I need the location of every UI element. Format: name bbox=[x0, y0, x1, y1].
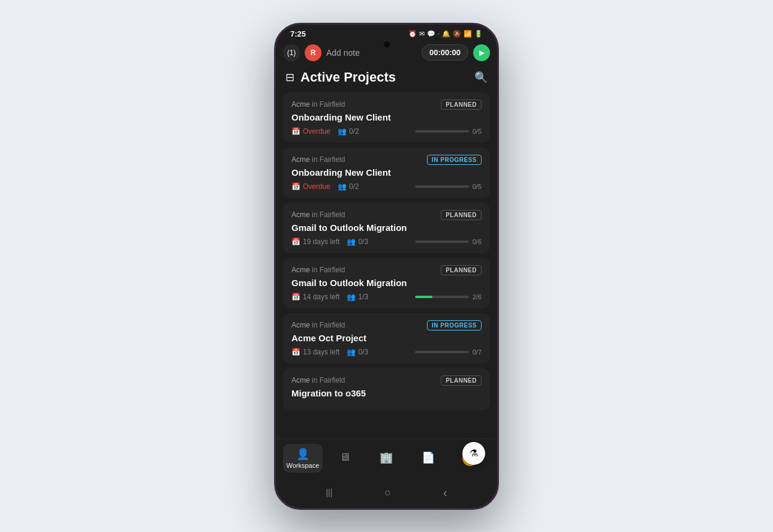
project-card[interactable]: Acme in Fairfield IN PROGRESS Acme Oct P… bbox=[283, 313, 490, 363]
nav-label-workspace: Workspace bbox=[286, 462, 319, 469]
assignees-label: 1/3 bbox=[358, 293, 368, 301]
progress-section: 0/5 bbox=[415, 183, 482, 190]
notification-badge[interactable]: (1) bbox=[283, 44, 300, 61]
phone-frame: 7:25 ⏰ ✉ 💬 · 🔔 🔕 📶 🔋 (1) R Add note 00:0… bbox=[274, 23, 499, 510]
card-top-row: Acme in Fairfield IN PROGRESS bbox=[291, 155, 482, 165]
progress-fill bbox=[415, 296, 433, 298]
status-badge: PLANNED bbox=[441, 210, 482, 220]
progress-label: 0/5 bbox=[473, 128, 482, 135]
status-badge: PLANNED bbox=[441, 375, 482, 386]
wifi-icon: 📶 bbox=[464, 30, 472, 38]
mute-icon: 🔕 bbox=[453, 30, 461, 38]
progress-label: 2/6 bbox=[473, 293, 482, 300]
progress-label: 0/5 bbox=[473, 183, 482, 190]
filter-icon: ⚗ bbox=[470, 447, 478, 459]
play-icon: ▶ bbox=[479, 49, 485, 57]
org-name: Acme bbox=[291, 155, 310, 164]
meta-date: 📅 13 days left bbox=[291, 348, 339, 356]
people-icon: 👥 bbox=[347, 348, 356, 356]
nav-item-workspace[interactable]: 👤 Workspace bbox=[283, 444, 323, 473]
in-text: in bbox=[312, 211, 320, 219]
search-icon[interactable]: 🔍 bbox=[474, 71, 488, 84]
calendar-icon: 📅 bbox=[291, 348, 300, 356]
project-card[interactable]: Acme in Fairfield PLANNED Gmail to Outlo… bbox=[283, 203, 490, 253]
menu-icon[interactable]: ⊟ bbox=[285, 71, 294, 84]
nav-item-building[interactable]: 🏢 bbox=[367, 447, 407, 469]
location-name: Fairfield bbox=[320, 155, 345, 164]
android-menu-btn[interactable]: ||| bbox=[326, 488, 332, 497]
assignees-label: 0/2 bbox=[349, 182, 359, 191]
card-context: Acme in Fairfield bbox=[291, 266, 345, 274]
dot-icon: · bbox=[438, 30, 440, 37]
people-icon: 👥 bbox=[347, 293, 356, 301]
status-badge: PLANNED bbox=[441, 100, 482, 110]
in-text: in bbox=[312, 155, 320, 164]
meta-date: 📅 Overdue bbox=[291, 182, 330, 191]
android-home-btn[interactable]: ○ bbox=[384, 486, 391, 499]
page-header: ⊟ Active Projects 🔍 bbox=[276, 65, 497, 92]
status-time: 7:25 bbox=[290, 29, 306, 38]
org-name: Acme bbox=[291, 321, 310, 329]
camera-dot bbox=[384, 41, 390, 47]
project-title: Onboarding New Client bbox=[291, 112, 482, 122]
user-avatar-top[interactable]: R bbox=[305, 44, 321, 61]
org-name: Acme bbox=[291, 211, 310, 219]
location-name: Fairfield bbox=[320, 321, 345, 329]
progress-section: 2/6 bbox=[415, 293, 482, 300]
message-icon: 💬 bbox=[427, 30, 435, 38]
calendar-icon: 📅 bbox=[291, 182, 300, 191]
card-top-row: Acme in Fairfield PLANNED bbox=[291, 375, 482, 386]
people-icon: 👥 bbox=[338, 182, 347, 191]
assignees-label: 0/3 bbox=[358, 238, 368, 246]
project-title: Onboarding New Client bbox=[291, 167, 482, 178]
project-card[interactable]: Acme in Fairfield PLANNED Onboarding New… bbox=[283, 92, 490, 143]
nav-item-monitor[interactable]: 🖥 bbox=[325, 447, 365, 468]
meta-assignees: 👥 0/2 bbox=[338, 127, 359, 136]
progress-bar bbox=[415, 351, 469, 353]
meta-assignees: 👥 0/3 bbox=[347, 238, 368, 246]
project-card[interactable]: Acme in Fairfield PLANNED Gmail to Outlo… bbox=[283, 258, 490, 308]
project-card[interactable]: Acme in Fairfield IN PROGRESS Onboarding… bbox=[283, 148, 490, 198]
date-label: 14 days left bbox=[303, 293, 339, 301]
progress-section: 0/5 bbox=[415, 128, 482, 135]
nav-icon-workspace: 👤 bbox=[296, 447, 309, 461]
location-name: Fairfield bbox=[320, 211, 345, 219]
battery-icon: 🔋 bbox=[474, 30, 483, 38]
in-text: in bbox=[312, 321, 320, 329]
timer-display[interactable]: 00:00:00 bbox=[422, 44, 468, 61]
location-name: Fairfield bbox=[320, 266, 345, 274]
progress-label: 0/6 bbox=[473, 238, 482, 245]
card-meta: 📅 Overdue 👥 0/2 0/5 bbox=[291, 182, 482, 191]
play-button[interactable]: ▶ bbox=[473, 44, 490, 61]
alarm-icon: ⏰ bbox=[408, 30, 417, 38]
org-name: Acme bbox=[291, 266, 310, 274]
progress-section: 0/7 bbox=[415, 348, 482, 356]
progress-label: 0/7 bbox=[473, 348, 482, 356]
card-context: Acme in Fairfield bbox=[291, 376, 345, 384]
date-label: Overdue bbox=[303, 127, 330, 136]
card-context: Acme in Fairfield bbox=[291, 211, 345, 219]
in-text: in bbox=[312, 376, 320, 384]
people-icon: 👥 bbox=[338, 127, 347, 136]
bell-icon: 🔔 bbox=[442, 30, 450, 38]
calendar-icon: 📅 bbox=[291, 127, 300, 136]
card-meta: 📅 19 days left 👥 0/3 0/6 bbox=[291, 238, 482, 246]
progress-bar bbox=[415, 241, 469, 243]
card-meta: 📅 Overdue 👥 0/2 0/5 bbox=[291, 127, 482, 136]
date-label: Overdue bbox=[303, 182, 330, 191]
phone-inner: 7:25 ⏰ ✉ 💬 · 🔔 🔕 📶 🔋 (1) R Add note 00:0… bbox=[276, 25, 497, 508]
card-context: Acme in Fairfield bbox=[291, 321, 345, 329]
card-context: Acme in Fairfield bbox=[291, 100, 345, 109]
card-top-row: Acme in Fairfield PLANNED bbox=[291, 210, 482, 220]
project-title: Migration to o365 bbox=[291, 388, 482, 398]
card-top-row: Acme in Fairfield PLANNED bbox=[291, 265, 482, 275]
progress-bar bbox=[415, 296, 469, 298]
meta-date: 📅 14 days left bbox=[291, 293, 339, 301]
filter-fab[interactable]: ⚗ bbox=[462, 442, 485, 465]
nav-item-document[interactable]: 📄 bbox=[408, 447, 448, 469]
android-back-btn[interactable]: ‹ bbox=[443, 486, 447, 500]
project-card[interactable]: Acme in Fairfield PLANNED Migration to o… bbox=[283, 368, 490, 410]
calendar-icon: 📅 bbox=[291, 293, 300, 301]
add-note-label[interactable]: Add note bbox=[326, 48, 417, 58]
people-icon: 👥 bbox=[347, 238, 356, 246]
